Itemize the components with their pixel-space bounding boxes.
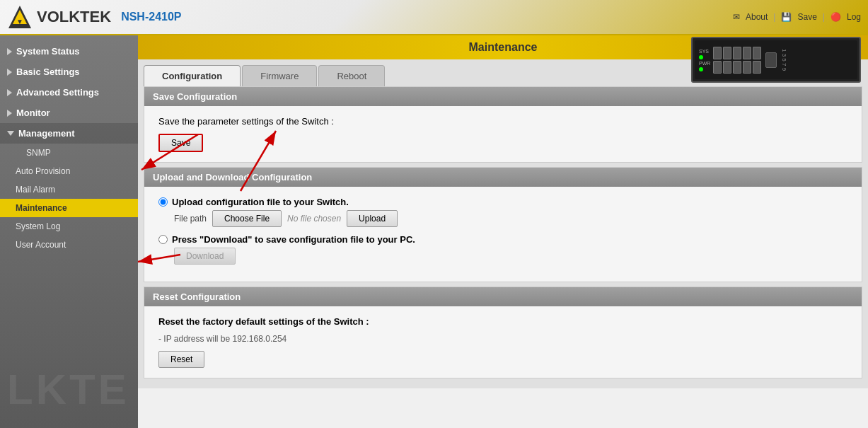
sidebar-label: SNMP: [26, 148, 51, 158]
arrow-icon: [7, 48, 12, 55]
sidebar-item-auto-provision[interactable]: Auto Provision: [0, 162, 138, 180]
upload-text: Upload configuration file to your Switch…: [172, 197, 349, 207]
logo: ▼ VOLKTEK NSH-2410P: [7, 4, 182, 30]
logo-volktek-text: VOLKTEK: [37, 8, 111, 26]
save-configuration-section: Save Configuration Save the parameter se…: [144, 86, 862, 163]
reset-config-text: Reset the factory default settings of th…: [158, 316, 847, 327]
arrow-icon: [7, 69, 12, 76]
reset-config-body: Reset the factory default settings of th…: [144, 306, 862, 378]
about-link[interactable]: About: [746, 12, 768, 22]
upload-row: Upload configuration file to your Switch…: [158, 197, 847, 227]
sidebar-item-system-status[interactable]: System Status: [0, 41, 138, 62]
sections-container: Save Configuration Save the parameter se…: [138, 86, 868, 388]
save-config-body: Save the parameter settings of the Switc…: [144, 106, 862, 162]
pwr-led: [699, 67, 703, 71]
content-area: Maintenance Configuration Firmware Reboo…: [138, 35, 868, 428]
upload-download-body: Upload configuration file to your Switch…: [144, 187, 862, 282]
sidebar-item-user-account[interactable]: User Account: [0, 236, 138, 254]
header-navigation: ✉ About | 💾 Save | 🔴 Log: [733, 12, 861, 22]
sidebar-label: System Log: [16, 221, 60, 231]
upload-radio[interactable]: [158, 197, 168, 207]
header: ▼ VOLKTEK NSH-2410P ✉ About | 💾 Save | 🔴…: [0, 0, 868, 35]
no-file-text: No file chosen: [287, 214, 341, 224]
main-layout: System Status Basic Settings Advanced Se…: [0, 35, 868, 428]
device-ports: [713, 47, 777, 74]
sidebar-item-system-log[interactable]: System Log: [0, 217, 138, 236]
upload-button[interactable]: Upload: [347, 210, 398, 227]
device-status-leds: SYS PWR: [699, 49, 710, 71]
sidebar-label: Mail Alarm: [16, 185, 55, 195]
tab-configuration[interactable]: Configuration: [144, 65, 241, 86]
sidebar-item-mail-alarm[interactable]: Mail Alarm: [0, 180, 138, 199]
logo-model-text: NSH-2410P: [121, 11, 181, 23]
sys-led: [699, 55, 703, 59]
download-radio[interactable]: [158, 235, 168, 244]
logo-icon: ▼: [7, 4, 33, 30]
download-button[interactable]: Download: [174, 248, 236, 265]
sidebar-label: User Account: [16, 240, 66, 250]
save-config-description: Save the parameter settings of the Switc…: [158, 116, 847, 127]
svg-text:▼: ▼: [16, 18, 23, 25]
logout-icon: 🔴: [831, 12, 841, 22]
download-button-row: Download: [174, 248, 236, 265]
arrow-icon: [7, 110, 12, 117]
device-image: SYS PWR 1 3 5 7: [691, 37, 861, 83]
save-link[interactable]: Save: [797, 12, 816, 22]
sidebar-label: Maintenance: [16, 203, 67, 213]
arrow-down-icon: [7, 131, 14, 136]
upload-radio-label: Upload configuration file to your Switch…: [158, 197, 349, 207]
save-config-button[interactable]: Save: [158, 134, 203, 152]
upload-download-section: Upload and Download Configuration Upload…: [144, 167, 862, 282]
logout-link[interactable]: Log: [847, 12, 861, 22]
sidebar-item-snmp[interactable]: SNMP: [0, 144, 138, 162]
sidebar-item-management[interactable]: Management: [0, 123, 138, 144]
save-config-header: Save Configuration: [144, 87, 862, 106]
reset-config-header: Reset Configuration: [144, 287, 862, 306]
sidebar-label: Management: [18, 128, 74, 139]
sidebar-item-basic-settings[interactable]: Basic Settings: [0, 62, 138, 82]
sidebar-label: System Status: [16, 46, 80, 57]
download-radio-label: Press "Download" to save configuration f…: [158, 234, 415, 245]
download-text: Press "Download" to save configuration f…: [172, 234, 415, 245]
port-labels: 1 3 5 7 9: [781, 49, 787, 71]
sidebar: System Status Basic Settings Advanced Se…: [0, 35, 138, 428]
sidebar-item-maintenance[interactable]: Maintenance: [0, 199, 138, 217]
upload-file-row: File path Choose File No file chosen Upl…: [174, 210, 398, 227]
sidebar-label: Monitor: [16, 108, 50, 118]
reset-ip-text: - IP address will be 192.168.0.254: [158, 334, 847, 344]
download-row: Press "Download" to save configuration f…: [158, 234, 847, 265]
sidebar-label: Basic Settings: [16, 66, 80, 77]
choose-file-button[interactable]: Choose File: [212, 210, 282, 227]
sidebar-label: Advanced Settings: [16, 87, 99, 98]
reset-button[interactable]: Reset: [158, 351, 204, 368]
sidebar-label: Auto Provision: [16, 166, 70, 176]
sidebar-item-monitor[interactable]: Monitor: [0, 103, 138, 123]
file-path-label: File path: [174, 214, 207, 224]
arrow-icon: [7, 89, 12, 96]
reset-configuration-section: Reset Configuration Reset the factory de…: [144, 287, 862, 378]
sidebar-item-advanced-settings[interactable]: Advanced Settings: [0, 82, 138, 103]
save-icon: 💾: [781, 12, 792, 22]
tab-firmware[interactable]: Firmware: [242, 65, 317, 86]
tab-reboot[interactable]: Reboot: [318, 65, 385, 86]
envelope-icon: ✉: [733, 12, 740, 22]
upload-download-header: Upload and Download Configuration: [144, 168, 862, 187]
